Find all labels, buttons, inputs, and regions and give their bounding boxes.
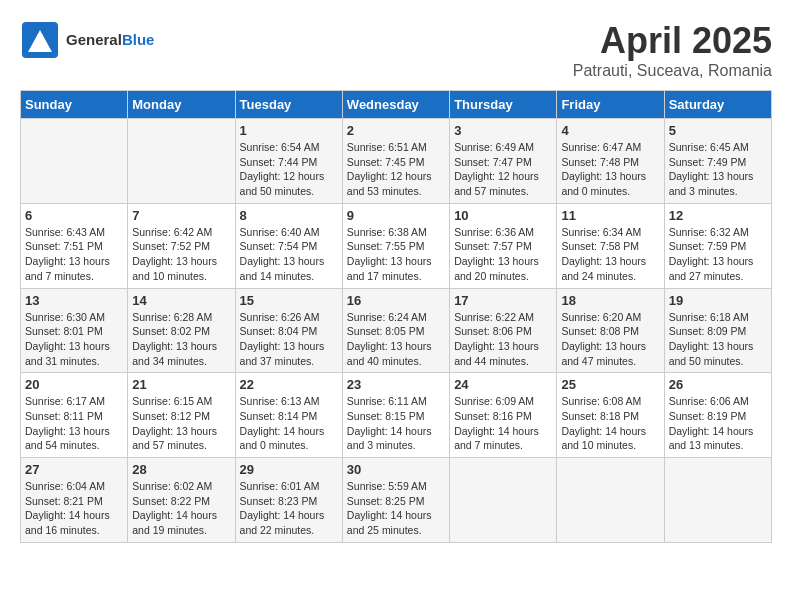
day-of-week-header: Thursday bbox=[450, 91, 557, 119]
day-info: Sunrise: 6:22 AM Sunset: 8:06 PM Dayligh… bbox=[454, 310, 552, 369]
day-info: Sunrise: 6:02 AM Sunset: 8:22 PM Dayligh… bbox=[132, 479, 230, 538]
calendar-day-cell: 16Sunrise: 6:24 AM Sunset: 8:05 PM Dayli… bbox=[342, 288, 449, 373]
day-info: Sunrise: 6:45 AM Sunset: 7:49 PM Dayligh… bbox=[669, 140, 767, 199]
day-number: 15 bbox=[240, 293, 338, 308]
day-number: 30 bbox=[347, 462, 445, 477]
day-info: Sunrise: 6:20 AM Sunset: 8:08 PM Dayligh… bbox=[561, 310, 659, 369]
day-info: Sunrise: 6:13 AM Sunset: 8:14 PM Dayligh… bbox=[240, 394, 338, 453]
day-number: 19 bbox=[669, 293, 767, 308]
day-number: 25 bbox=[561, 377, 659, 392]
calendar-day-cell: 11Sunrise: 6:34 AM Sunset: 7:58 PM Dayli… bbox=[557, 203, 664, 288]
day-info: Sunrise: 6:08 AM Sunset: 8:18 PM Dayligh… bbox=[561, 394, 659, 453]
calendar-day-cell: 13Sunrise: 6:30 AM Sunset: 8:01 PM Dayli… bbox=[21, 288, 128, 373]
day-of-week-header: Tuesday bbox=[235, 91, 342, 119]
day-info: Sunrise: 6:01 AM Sunset: 8:23 PM Dayligh… bbox=[240, 479, 338, 538]
title-area: April 2025 Patrauti, Suceava, Romania bbox=[573, 20, 772, 80]
month-title: April 2025 bbox=[573, 20, 772, 62]
calendar-day-cell: 4Sunrise: 6:47 AM Sunset: 7:48 PM Daylig… bbox=[557, 119, 664, 204]
day-of-week-header: Sunday bbox=[21, 91, 128, 119]
day-info: Sunrise: 6:28 AM Sunset: 8:02 PM Dayligh… bbox=[132, 310, 230, 369]
location-title: Patrauti, Suceava, Romania bbox=[573, 62, 772, 80]
day-number: 7 bbox=[132, 208, 230, 223]
day-info: Sunrise: 6:26 AM Sunset: 8:04 PM Dayligh… bbox=[240, 310, 338, 369]
day-info: Sunrise: 6:11 AM Sunset: 8:15 PM Dayligh… bbox=[347, 394, 445, 453]
day-of-week-header: Wednesday bbox=[342, 91, 449, 119]
day-info: Sunrise: 6:09 AM Sunset: 8:16 PM Dayligh… bbox=[454, 394, 552, 453]
calendar-day-cell: 25Sunrise: 6:08 AM Sunset: 8:18 PM Dayli… bbox=[557, 373, 664, 458]
calendar-day-cell: 30Sunrise: 5:59 AM Sunset: 8:25 PM Dayli… bbox=[342, 458, 449, 543]
calendar-header-row: SundayMondayTuesdayWednesdayThursdayFrid… bbox=[21, 91, 772, 119]
day-number: 5 bbox=[669, 123, 767, 138]
calendar-day-cell: 18Sunrise: 6:20 AM Sunset: 8:08 PM Dayli… bbox=[557, 288, 664, 373]
day-number: 26 bbox=[669, 377, 767, 392]
day-info: Sunrise: 6:49 AM Sunset: 7:47 PM Dayligh… bbox=[454, 140, 552, 199]
day-info: Sunrise: 6:30 AM Sunset: 8:01 PM Dayligh… bbox=[25, 310, 123, 369]
header: GeneralBlue April 2025 Patrauti, Suceava… bbox=[20, 20, 772, 80]
day-number: 13 bbox=[25, 293, 123, 308]
day-info: Sunrise: 6:04 AM Sunset: 8:21 PM Dayligh… bbox=[25, 479, 123, 538]
day-number: 28 bbox=[132, 462, 230, 477]
calendar-week-row: 1Sunrise: 6:54 AM Sunset: 7:44 PM Daylig… bbox=[21, 119, 772, 204]
day-info: Sunrise: 6:34 AM Sunset: 7:58 PM Dayligh… bbox=[561, 225, 659, 284]
calendar-day-cell: 19Sunrise: 6:18 AM Sunset: 8:09 PM Dayli… bbox=[664, 288, 771, 373]
day-of-week-header: Saturday bbox=[664, 91, 771, 119]
calendar-day-cell: 20Sunrise: 6:17 AM Sunset: 8:11 PM Dayli… bbox=[21, 373, 128, 458]
calendar-week-row: 13Sunrise: 6:30 AM Sunset: 8:01 PM Dayli… bbox=[21, 288, 772, 373]
logo: GeneralBlue bbox=[20, 20, 154, 60]
calendar-day-cell bbox=[557, 458, 664, 543]
calendar-day-cell: 3Sunrise: 6:49 AM Sunset: 7:47 PM Daylig… bbox=[450, 119, 557, 204]
day-number: 24 bbox=[454, 377, 552, 392]
calendar-week-row: 20Sunrise: 6:17 AM Sunset: 8:11 PM Dayli… bbox=[21, 373, 772, 458]
day-number: 9 bbox=[347, 208, 445, 223]
calendar-day-cell: 22Sunrise: 6:13 AM Sunset: 8:14 PM Dayli… bbox=[235, 373, 342, 458]
day-number: 20 bbox=[25, 377, 123, 392]
day-number: 1 bbox=[240, 123, 338, 138]
calendar-day-cell: 14Sunrise: 6:28 AM Sunset: 8:02 PM Dayli… bbox=[128, 288, 235, 373]
calendar-day-cell: 7Sunrise: 6:42 AM Sunset: 7:52 PM Daylig… bbox=[128, 203, 235, 288]
day-number: 8 bbox=[240, 208, 338, 223]
logo-icon bbox=[20, 20, 60, 60]
calendar-day-cell bbox=[128, 119, 235, 204]
day-number: 6 bbox=[25, 208, 123, 223]
calendar-day-cell: 27Sunrise: 6:04 AM Sunset: 8:21 PM Dayli… bbox=[21, 458, 128, 543]
day-info: Sunrise: 6:42 AM Sunset: 7:52 PM Dayligh… bbox=[132, 225, 230, 284]
calendar-day-cell: 17Sunrise: 6:22 AM Sunset: 8:06 PM Dayli… bbox=[450, 288, 557, 373]
day-info: Sunrise: 6:32 AM Sunset: 7:59 PM Dayligh… bbox=[669, 225, 767, 284]
calendar-day-cell bbox=[450, 458, 557, 543]
day-of-week-header: Monday bbox=[128, 91, 235, 119]
day-number: 14 bbox=[132, 293, 230, 308]
day-info: Sunrise: 6:38 AM Sunset: 7:55 PM Dayligh… bbox=[347, 225, 445, 284]
calendar-day-cell bbox=[21, 119, 128, 204]
day-info: Sunrise: 6:06 AM Sunset: 8:19 PM Dayligh… bbox=[669, 394, 767, 453]
day-info: Sunrise: 6:15 AM Sunset: 8:12 PM Dayligh… bbox=[132, 394, 230, 453]
day-of-week-header: Friday bbox=[557, 91, 664, 119]
day-number: 3 bbox=[454, 123, 552, 138]
calendar-day-cell bbox=[664, 458, 771, 543]
day-number: 22 bbox=[240, 377, 338, 392]
calendar-week-row: 27Sunrise: 6:04 AM Sunset: 8:21 PM Dayli… bbox=[21, 458, 772, 543]
calendar-day-cell: 21Sunrise: 6:15 AM Sunset: 8:12 PM Dayli… bbox=[128, 373, 235, 458]
day-info: Sunrise: 6:24 AM Sunset: 8:05 PM Dayligh… bbox=[347, 310, 445, 369]
day-number: 23 bbox=[347, 377, 445, 392]
day-info: Sunrise: 6:51 AM Sunset: 7:45 PM Dayligh… bbox=[347, 140, 445, 199]
day-info: Sunrise: 6:43 AM Sunset: 7:51 PM Dayligh… bbox=[25, 225, 123, 284]
calendar-day-cell: 6Sunrise: 6:43 AM Sunset: 7:51 PM Daylig… bbox=[21, 203, 128, 288]
day-number: 10 bbox=[454, 208, 552, 223]
calendar-day-cell: 5Sunrise: 6:45 AM Sunset: 7:49 PM Daylig… bbox=[664, 119, 771, 204]
day-info: Sunrise: 6:17 AM Sunset: 8:11 PM Dayligh… bbox=[25, 394, 123, 453]
day-number: 2 bbox=[347, 123, 445, 138]
day-info: Sunrise: 5:59 AM Sunset: 8:25 PM Dayligh… bbox=[347, 479, 445, 538]
calendar-day-cell: 23Sunrise: 6:11 AM Sunset: 8:15 PM Dayli… bbox=[342, 373, 449, 458]
calendar-week-row: 6Sunrise: 6:43 AM Sunset: 7:51 PM Daylig… bbox=[21, 203, 772, 288]
day-number: 21 bbox=[132, 377, 230, 392]
calendar-day-cell: 24Sunrise: 6:09 AM Sunset: 8:16 PM Dayli… bbox=[450, 373, 557, 458]
day-number: 18 bbox=[561, 293, 659, 308]
day-number: 16 bbox=[347, 293, 445, 308]
day-info: Sunrise: 6:47 AM Sunset: 7:48 PM Dayligh… bbox=[561, 140, 659, 199]
day-number: 29 bbox=[240, 462, 338, 477]
calendar-day-cell: 28Sunrise: 6:02 AM Sunset: 8:22 PM Dayli… bbox=[128, 458, 235, 543]
day-info: Sunrise: 6:18 AM Sunset: 8:09 PM Dayligh… bbox=[669, 310, 767, 369]
day-number: 12 bbox=[669, 208, 767, 223]
calendar-day-cell: 10Sunrise: 6:36 AM Sunset: 7:57 PM Dayli… bbox=[450, 203, 557, 288]
day-info: Sunrise: 6:54 AM Sunset: 7:44 PM Dayligh… bbox=[240, 140, 338, 199]
